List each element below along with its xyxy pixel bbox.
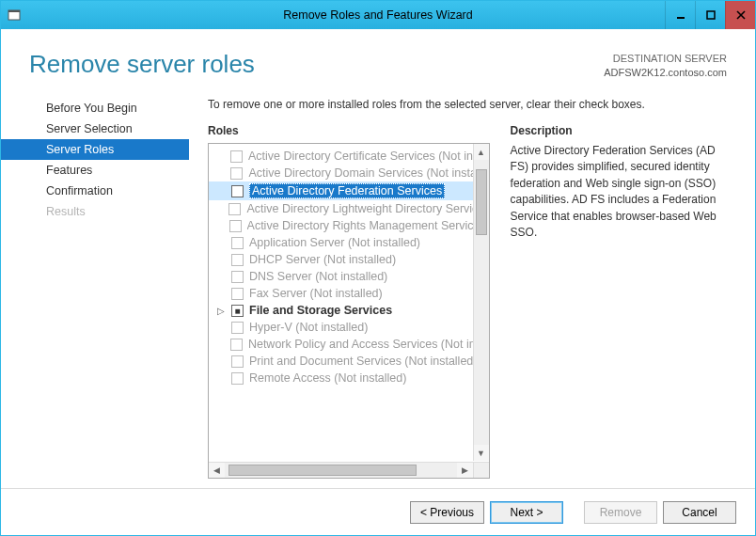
role-checkbox: [230, 150, 243, 163]
sidebar-item[interactable]: Server Selection: [1, 118, 189, 139]
role-row: Remote Access (Not installed): [209, 370, 489, 386]
role-row: DHCP Server (Not installed): [209, 251, 489, 268]
role-row: Fax Server (Not installed): [209, 285, 489, 302]
destination-label: DESTINATION SERVER: [604, 52, 727, 65]
role-row: DNS Server (Not installed): [209, 268, 489, 285]
role-row: Active Directory Certificate Services (N…: [209, 148, 489, 165]
titlebar: Remove Roles and Features Wizard: [1, 1, 755, 29]
role-label: Application Server (Not installed): [249, 236, 420, 249]
page-title: Remove server roles: [29, 50, 255, 79]
role-label: File and Storage Services: [249, 304, 392, 317]
role-label: Active Directory Lightweight Directory S…: [246, 202, 484, 215]
roles-list[interactable]: Active Directory Certificate Services (N…: [209, 144, 489, 462]
role-checkbox[interactable]: ■: [231, 305, 244, 317]
scroll-down-arrow-icon[interactable]: ▼: [474, 445, 489, 461]
scroll-up-arrow-icon[interactable]: ▲: [474, 144, 489, 160]
role-label: Active Directory Federation Services: [249, 183, 445, 198]
window-controls: [665, 1, 755, 29]
minimize-button[interactable]: [665, 1, 695, 29]
wizard-window: Remove Roles and Features Wizard Remove …: [0, 0, 756, 536]
vscroll-track[interactable]: [474, 160, 489, 445]
role-row: Active Directory Rights Management Servi…: [209, 217, 489, 234]
maximize-icon: [706, 10, 716, 20]
role-row: Print and Document Services (Not install…: [209, 353, 489, 370]
scroll-right-arrow-icon[interactable]: ▶: [457, 463, 473, 478]
window-title: Remove Roles and Features Wizard: [1, 8, 755, 22]
role-row: Hyper-V (Not installed): [209, 319, 489, 336]
role-checkbox: [230, 167, 243, 180]
role-checkbox: [230, 339, 243, 351]
destination-server: DESTINATION SERVER ADFSW2K12.contoso.com: [604, 52, 727, 79]
role-row: Active Directory Lightweight Directory S…: [209, 200, 489, 217]
minimize-icon: [676, 10, 685, 20]
roles-listbox: Active Directory Certificate Services (N…: [208, 143, 490, 479]
sidebar-item[interactable]: Confirmation: [1, 181, 189, 201]
header-row: Remove server roles DESTINATION SERVER A…: [1, 29, 755, 88]
role-label: Print and Document Services (Not install…: [249, 355, 477, 368]
role-checkbox: [231, 237, 244, 249]
sidebar-item: Results: [1, 201, 189, 222]
description-heading: Description: [511, 124, 727, 137]
role-label: Fax Server (Not installed): [249, 287, 383, 300]
role-label: DHCP Server (Not installed): [249, 253, 396, 266]
role-checkbox: [228, 203, 241, 215]
role-label: Hyper-V (Not installed): [249, 321, 368, 334]
sidebar-item[interactable]: Server Roles: [1, 139, 189, 160]
role-checkbox: [231, 254, 244, 266]
role-row: Application Server (Not installed): [209, 234, 489, 251]
role-checkbox: [231, 372, 244, 385]
role-row[interactable]: ▷■File and Storage Services: [209, 302, 489, 319]
roles-column: Roles Active Directory Certificate Servi…: [208, 124, 490, 479]
svg-rect-3: [707, 11, 715, 19]
sidebar-item[interactable]: Features: [1, 160, 189, 181]
horizontal-scrollbar[interactable]: ◀ ▶: [209, 462, 473, 478]
role-row: Active Directory Domain Services (Not in…: [209, 165, 489, 181]
previous-button[interactable]: < Previous: [410, 501, 484, 524]
role-row: Network Policy and Access Services (Not …: [209, 336, 489, 353]
description-column: Description Active Directory Federation …: [511, 124, 727, 479]
wizard-icon: [7, 8, 22, 23]
svg-rect-1: [8, 10, 20, 12]
content-area: Remove server roles DESTINATION SERVER A…: [1, 29, 755, 535]
role-label: Remote Access (Not installed): [249, 371, 406, 385]
role-label: Active Directory Rights Management Servi…: [247, 219, 485, 232]
roles-heading: Roles: [208, 124, 490, 137]
scroll-corner: [473, 462, 489, 478]
body-row: Before You BeginServer SelectionServer R…: [1, 88, 755, 488]
svg-rect-2: [677, 17, 685, 19]
main-panel: To remove one or more installed roles fr…: [189, 88, 755, 488]
role-checkbox: [231, 288, 244, 300]
columns: Roles Active Directory Certificate Servi…: [208, 124, 727, 479]
role-row[interactable]: Active Directory Federation Services: [209, 181, 489, 200]
wizard-sidebar: Before You BeginServer SelectionServer R…: [1, 88, 189, 488]
role-checkbox[interactable]: [231, 185, 244, 197]
hscroll-thumb[interactable]: [228, 465, 417, 476]
role-checkbox: [231, 322, 244, 334]
role-label: Network Policy and Access Services (Not …: [248, 338, 485, 351]
description-text: Active Directory Federation Services (AD…: [511, 143, 727, 241]
scroll-left-arrow-icon[interactable]: ◀: [209, 463, 225, 478]
cancel-button[interactable]: Cancel: [663, 501, 736, 524]
role-label: Active Directory Domain Services (Not in…: [248, 166, 484, 180]
vscroll-thumb[interactable]: [476, 169, 487, 235]
close-icon: [736, 10, 746, 20]
sidebar-item[interactable]: Before You Begin: [1, 98, 189, 118]
instruction-text: To remove one or more installed roles fr…: [208, 98, 727, 111]
remove-button[interactable]: Remove: [584, 501, 657, 524]
close-button[interactable]: [725, 1, 755, 29]
destination-value: ADFSW2K12.contoso.com: [604, 66, 727, 79]
maximize-button[interactable]: [695, 1, 725, 29]
role-checkbox: [229, 220, 242, 232]
role-label: DNS Server (Not installed): [249, 270, 387, 283]
role-checkbox: [231, 355, 244, 368]
role-label: Active Directory Certificate Services (N…: [248, 150, 485, 163]
footer: < Previous Next > Remove Cancel: [1, 488, 755, 535]
role-checkbox: [231, 271, 244, 283]
next-button[interactable]: Next >: [490, 501, 563, 524]
hscroll-track[interactable]: [225, 463, 457, 478]
expand-icon[interactable]: ▷: [216, 306, 226, 316]
vertical-scrollbar[interactable]: ▲ ▼: [473, 144, 489, 461]
